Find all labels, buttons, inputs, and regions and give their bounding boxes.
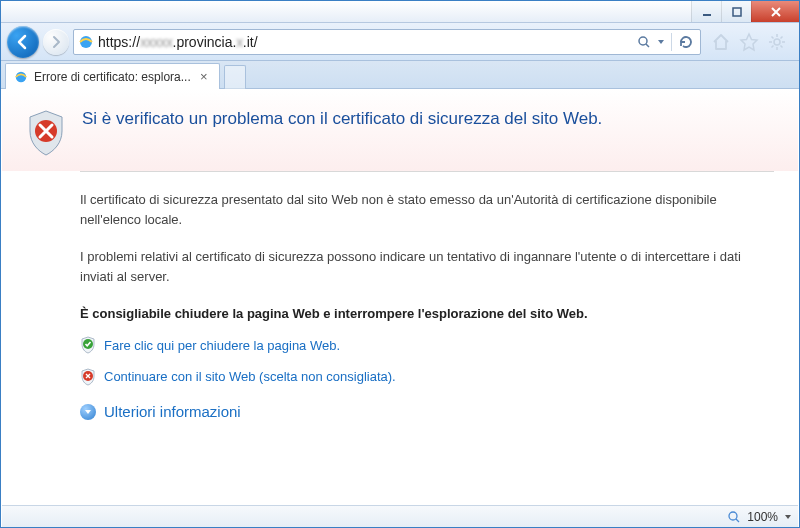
navigation-toolbar: https://xxxxx.provincia.x.it/ bbox=[1, 23, 799, 61]
close-page-link[interactable]: Fare clic qui per chiudere la pagina Web… bbox=[104, 336, 340, 356]
maximize-button[interactable] bbox=[721, 1, 751, 22]
close-page-row: Fare clic qui per chiudere la pagina Web… bbox=[80, 336, 774, 356]
status-bar: 100% bbox=[2, 505, 798, 527]
active-tab[interactable]: Errore di certificato: esplora... × bbox=[5, 63, 220, 89]
url-mid: .provincia. bbox=[173, 34, 237, 50]
zoom-level: 100% bbox=[747, 510, 778, 524]
zoom-dropdown-icon[interactable] bbox=[784, 513, 792, 521]
error-body: Il certificato di sicurezza presentato d… bbox=[2, 172, 798, 441]
recommendation-text: È consigliabile chiudere la pagina Web e… bbox=[80, 304, 774, 324]
titlebar bbox=[1, 1, 799, 23]
toolbar-icons bbox=[705, 32, 793, 52]
back-button[interactable] bbox=[7, 26, 39, 58]
minimize-button[interactable] bbox=[691, 1, 721, 22]
more-info-label[interactable]: Ulteriori informazioni bbox=[104, 401, 241, 424]
arrow-left-icon bbox=[14, 33, 32, 51]
more-info-row[interactable]: Ulteriori informazioni bbox=[80, 401, 774, 424]
url-suffix: .it/ bbox=[243, 34, 258, 50]
favorites-star-icon[interactable] bbox=[739, 32, 759, 52]
url-redacted: xxxxx bbox=[140, 34, 173, 50]
ie-logo-icon bbox=[14, 70, 28, 84]
svg-point-3 bbox=[639, 37, 647, 45]
browser-window: https://xxxxx.provincia.x.it/ bbox=[0, 0, 800, 528]
zoom-magnifier-icon[interactable] bbox=[727, 510, 741, 524]
svg-point-2 bbox=[80, 36, 92, 48]
close-window-button[interactable] bbox=[751, 1, 799, 22]
tab-title: Errore di certificato: esplora... bbox=[34, 70, 191, 84]
url-prefix: https:// bbox=[98, 34, 140, 50]
shield-error-icon bbox=[26, 109, 66, 157]
page-content: Si è verificato un problema con il certi… bbox=[2, 89, 798, 505]
url-redacted2: x bbox=[236, 34, 243, 50]
tab-strip: Errore di certificato: esplora... × bbox=[1, 61, 799, 89]
ie-logo-icon bbox=[78, 34, 94, 50]
refresh-icon[interactable] bbox=[678, 34, 694, 50]
svg-point-4 bbox=[774, 39, 780, 45]
error-paragraph-1: Il certificato di sicurezza presentato d… bbox=[80, 190, 774, 229]
svg-point-5 bbox=[16, 71, 27, 82]
home-icon[interactable] bbox=[711, 32, 731, 52]
error-header: Si è verificato un problema con il certi… bbox=[2, 89, 798, 171]
continue-row: Continuare con il sito Web (scelta non c… bbox=[80, 367, 774, 387]
url-text[interactable]: https://xxxxx.provincia.x.it/ bbox=[98, 34, 633, 50]
chevron-down-icon bbox=[84, 408, 92, 416]
forward-button[interactable] bbox=[43, 29, 69, 55]
address-bar[interactable]: https://xxxxx.provincia.x.it/ bbox=[73, 29, 701, 55]
shield-ok-icon bbox=[80, 336, 96, 354]
tab-close-button[interactable]: × bbox=[197, 70, 211, 84]
svg-rect-0 bbox=[703, 14, 711, 16]
arrow-right-icon bbox=[49, 35, 63, 49]
svg-rect-1 bbox=[733, 8, 741, 16]
error-paragraph-2: I problemi relativi al certificato di si… bbox=[80, 247, 774, 286]
tools-gear-icon[interactable] bbox=[767, 32, 787, 52]
separator bbox=[671, 33, 672, 51]
new-tab-button[interactable] bbox=[224, 65, 246, 89]
svg-point-9 bbox=[729, 512, 737, 520]
address-bar-buttons bbox=[637, 33, 696, 51]
expand-disc-icon bbox=[80, 404, 96, 420]
continue-link[interactable]: Continuare con il sito Web (scelta non c… bbox=[104, 367, 396, 387]
search-icon[interactable] bbox=[637, 35, 651, 49]
shield-warn-icon bbox=[80, 368, 96, 386]
dropdown-icon[interactable] bbox=[657, 38, 665, 46]
page-title: Si è verificato un problema con il certi… bbox=[82, 109, 602, 129]
